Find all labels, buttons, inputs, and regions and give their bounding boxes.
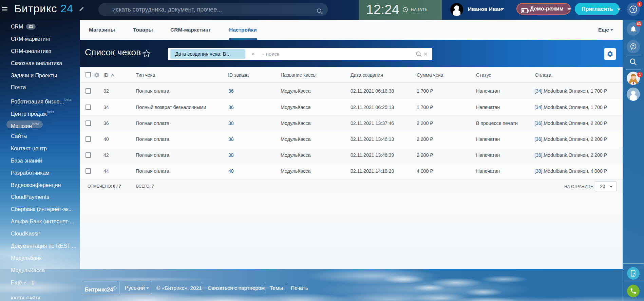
svg-text:?: ? [632, 7, 634, 12]
